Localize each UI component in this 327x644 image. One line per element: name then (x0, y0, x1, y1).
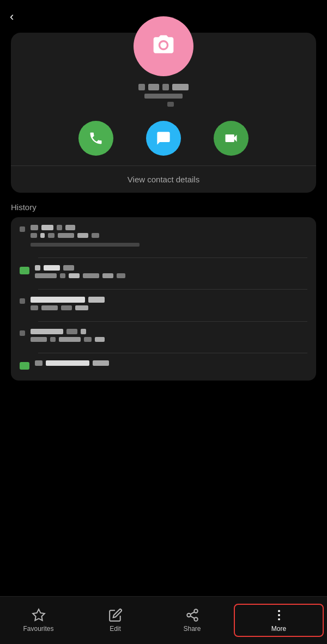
svg-point-6 (278, 610, 280, 612)
nav-edit-label: Edit (110, 625, 121, 633)
nav-more-label: More (271, 625, 286, 633)
history-item-details (31, 329, 307, 342)
message-button[interactable] (146, 121, 181, 156)
bottom-navigation: Favourites Edit Share More (0, 596, 327, 644)
share-icon (185, 608, 199, 622)
list-item[interactable] (11, 321, 316, 353)
svg-point-3 (194, 617, 198, 621)
svg-marker-0 (33, 609, 45, 621)
dots-vertical-icon (272, 608, 286, 622)
list-item[interactable] (11, 289, 316, 321)
call-type-dot (20, 298, 25, 304)
back-button[interactable]: ‹ (10, 10, 14, 24)
camera-icon (152, 33, 175, 59)
nav-more[interactable]: More (234, 604, 324, 637)
pencil-icon (108, 608, 123, 622)
avatar (134, 16, 193, 76)
star-icon (32, 608, 46, 622)
history-item-details (35, 360, 307, 366)
call-type-dot (20, 226, 25, 232)
svg-line-5 (190, 612, 194, 614)
nav-favourites[interactable]: Favourites (0, 603, 77, 638)
call-type-dot (20, 267, 29, 274)
svg-point-1 (194, 609, 198, 613)
list-item[interactable] (11, 217, 316, 257)
contact-card: View contact details (11, 33, 316, 193)
svg-point-8 (278, 618, 280, 621)
call-button[interactable] (78, 121, 113, 156)
view-contact-link[interactable]: View contact details (11, 166, 316, 193)
contact-name-block (138, 84, 189, 107)
nav-edit[interactable]: Edit (77, 603, 154, 638)
list-item[interactable] (11, 353, 316, 381)
history-item-details (35, 265, 307, 278)
video-button[interactable] (214, 121, 249, 156)
list-item[interactable] (11, 257, 316, 289)
svg-point-7 (278, 614, 280, 616)
svg-point-2 (187, 614, 191, 617)
action-buttons (78, 121, 249, 156)
svg-line-4 (190, 616, 194, 618)
nav-share-label: Share (183, 625, 201, 633)
nav-share[interactable]: Share (154, 603, 231, 638)
history-section-label: History (11, 203, 316, 212)
history-item-details (31, 225, 307, 247)
history-item-details (31, 297, 307, 310)
history-card (11, 217, 316, 381)
nav-favourites-label: Favourites (23, 625, 53, 633)
call-type-dot (20, 330, 25, 336)
call-type-dot (20, 362, 29, 370)
